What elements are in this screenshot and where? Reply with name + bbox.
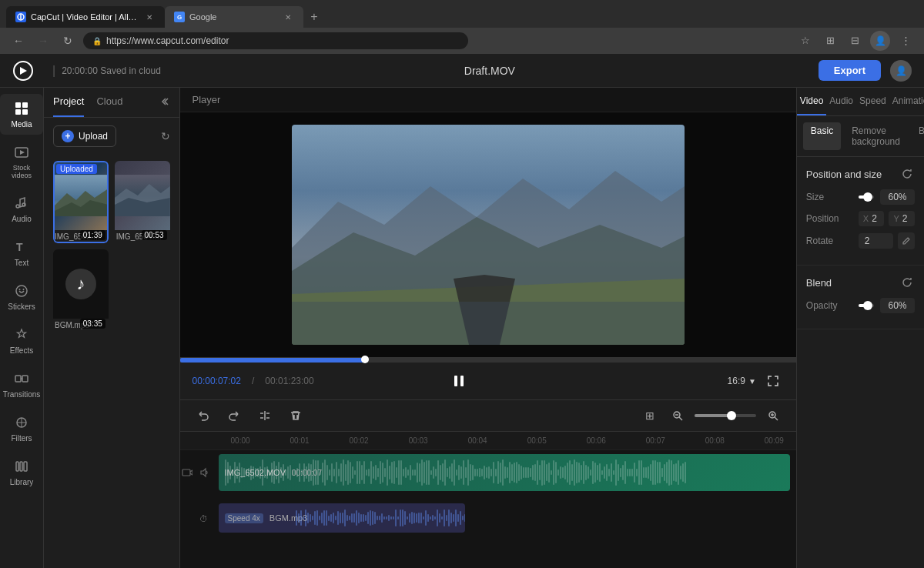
player-header: Player bbox=[180, 88, 796, 112]
bookmark-button[interactable]: ☆ bbox=[796, 31, 815, 49]
sidebar-stock-label: Stock videos bbox=[3, 164, 40, 179]
size-label: Size bbox=[806, 192, 852, 202]
timeline-progress bbox=[180, 358, 365, 363]
right-tab-audio[interactable]: Audio bbox=[826, 88, 856, 115]
sidebar-item-transitions[interactable]: Transitions bbox=[0, 364, 43, 405]
size-slider[interactable] bbox=[859, 195, 874, 199]
sidebar-filters-label: Filters bbox=[11, 434, 32, 443]
tab-google-close[interactable]: ✕ bbox=[282, 11, 294, 23]
sub-tab-basic[interactable]: Basic bbox=[803, 122, 841, 150]
controls-row: 00:00:07:02 / 00:01:23:00 16:9 ▼ bbox=[180, 363, 796, 399]
export-button[interactable]: Export bbox=[819, 60, 881, 81]
tab-project[interactable]: Project bbox=[53, 95, 84, 117]
delete-button[interactable] bbox=[285, 405, 306, 426]
tab-google[interactable]: G Google ✕ bbox=[165, 6, 303, 28]
rotate-field[interactable]: 2 bbox=[859, 233, 893, 249]
aspect-ratio-button[interactable]: 16:9 ▼ bbox=[728, 376, 756, 386]
header-divider: | bbox=[52, 64, 55, 78]
extensions-button[interactable]: ⊞ bbox=[821, 31, 839, 49]
right-tab-video[interactable]: Video bbox=[797, 88, 826, 115]
svg-rect-33 bbox=[454, 376, 457, 386]
blend-reset-button[interactable] bbox=[899, 275, 915, 290]
tab-capcut-close[interactable]: ✕ bbox=[143, 11, 156, 23]
opacity-slider-thumb[interactable] bbox=[863, 301, 872, 310]
url-bar[interactable]: 🔒 https://www.capcut.com/editor bbox=[83, 32, 468, 49]
rotate-label: Rotate bbox=[806, 236, 852, 246]
video-track-camera-button[interactable] bbox=[180, 464, 195, 481]
split-button[interactable] bbox=[254, 405, 276, 426]
video-track-volume-button[interactable] bbox=[198, 464, 213, 481]
svg-point-12 bbox=[16, 286, 27, 296]
tab-capcut[interactable]: CapCut | Video Editor | All-In-O ✕ bbox=[6, 6, 165, 28]
ruler-mark-0007: 00:07 bbox=[646, 436, 665, 445]
svg-rect-6 bbox=[22, 109, 28, 115]
media-item-video2[interactable]: 00:53 IMG_6504.mov bbox=[115, 161, 170, 243]
layout-button[interactable]: ⊟ bbox=[845, 31, 864, 49]
audio-track-content: Speed 4x BGM.mp3 document.currentScript.… bbox=[219, 503, 796, 534]
more-button[interactable]: ⋮ bbox=[896, 31, 915, 49]
pencil-icon bbox=[902, 236, 911, 246]
video-track-clip[interactable]: IMG_6502.MOV 00:00:07 // Generate wavefo… bbox=[219, 454, 790, 491]
zoom-slider-thumb[interactable] bbox=[727, 411, 736, 420]
user-button[interactable]: 👤 bbox=[870, 31, 890, 51]
position-y-input[interactable]: Y 2 bbox=[889, 211, 915, 226]
blend-reset-icon bbox=[902, 277, 912, 288]
sidebar-item-filters[interactable]: Filters bbox=[0, 408, 43, 449]
sub-tab-remove-bg[interactable]: Remove background bbox=[844, 122, 908, 150]
right-tab-animation[interactable]: Animation bbox=[889, 88, 924, 115]
collapse-panel-icon[interactable] bbox=[158, 95, 170, 108]
size-slider-thumb[interactable] bbox=[863, 192, 872, 202]
redo-button[interactable] bbox=[223, 405, 245, 426]
zoom-in-button[interactable] bbox=[762, 405, 784, 426]
right-tab-speed[interactable]: Speed bbox=[856, 88, 889, 115]
upload-button[interactable]: + Upload bbox=[53, 125, 116, 147]
sidebar-item-effects[interactable]: Effects bbox=[0, 320, 43, 361]
sub-tab-background[interactable]: Background bbox=[911, 122, 924, 150]
sidebar-item-text[interactable]: T Text bbox=[0, 232, 43, 273]
sidebar-item-library[interactable]: Library bbox=[0, 452, 43, 493]
ruler-mark-0001: 00:01 bbox=[290, 436, 310, 445]
add-media-button[interactable]: ⊞ bbox=[639, 405, 661, 426]
position-size-reset-button[interactable] bbox=[899, 166, 915, 182]
position-x-input[interactable]: X 2 bbox=[859, 211, 885, 226]
play-pause-button[interactable] bbox=[447, 369, 471, 393]
rotate-edit-button[interactable] bbox=[898, 232, 915, 249]
audio-track-clip[interactable]: Speed 4x BGM.mp3 document.currentScript.… bbox=[219, 503, 465, 533]
player-area: Player bbox=[180, 88, 796, 568]
svg-marker-22 bbox=[53, 189, 109, 216]
refresh-button[interactable]: ↻ bbox=[161, 130, 170, 142]
zoom-slider[interactable] bbox=[695, 414, 756, 417]
forward-button[interactable]: → bbox=[34, 32, 52, 50]
video1-thumbnail bbox=[53, 161, 109, 230]
undo-icon bbox=[197, 409, 209, 422]
tab-cloud[interactable]: Cloud bbox=[96, 95, 122, 117]
delete-icon bbox=[290, 409, 302, 422]
media-icon bbox=[13, 100, 30, 117]
aspect-ratio-label: 16:9 bbox=[728, 376, 745, 386]
back-button[interactable]: ← bbox=[9, 32, 28, 50]
audio-track-timer-button[interactable]: ⏱ bbox=[196, 510, 213, 527]
refresh-button[interactable]: ↻ bbox=[59, 32, 77, 50]
sidebar-item-stock-videos[interactable]: Stock videos bbox=[0, 138, 43, 185]
media-item-audio[interactable]: ♪ 03:35 BGM.mp3 bbox=[53, 249, 109, 332]
timeline-scrubber[interactable] bbox=[180, 358, 796, 363]
sidebar-item-stickers[interactable]: Stickers bbox=[0, 276, 43, 317]
user-avatar[interactable]: 👤 bbox=[890, 60, 912, 82]
filters-icon bbox=[13, 414, 30, 431]
fullscreen-button[interactable] bbox=[762, 370, 784, 392]
redo-icon bbox=[228, 409, 240, 422]
svg-rect-16 bbox=[22, 376, 28, 382]
tab-add-button[interactable]: + bbox=[303, 6, 325, 28]
opacity-slider[interactable] bbox=[859, 304, 874, 307]
zoom-out-button[interactable] bbox=[667, 405, 688, 426]
capcut-logo-icon bbox=[12, 60, 34, 82]
sidebar-item-media[interactable]: Media bbox=[0, 94, 43, 135]
timeline-scrubber-thumb[interactable] bbox=[361, 356, 369, 363]
left-sidebar: Media Stock videos Audio T bbox=[0, 88, 44, 568]
audio-thumbnail: ♪ bbox=[53, 249, 109, 319]
svg-rect-18 bbox=[16, 462, 18, 471]
undo-button[interactable] bbox=[192, 405, 214, 426]
app-logo bbox=[12, 60, 34, 82]
sidebar-item-audio[interactable]: Audio bbox=[0, 189, 43, 229]
media-item-video1[interactable]: Uploaded 01:39 IMG_6502.mov bbox=[53, 161, 109, 243]
